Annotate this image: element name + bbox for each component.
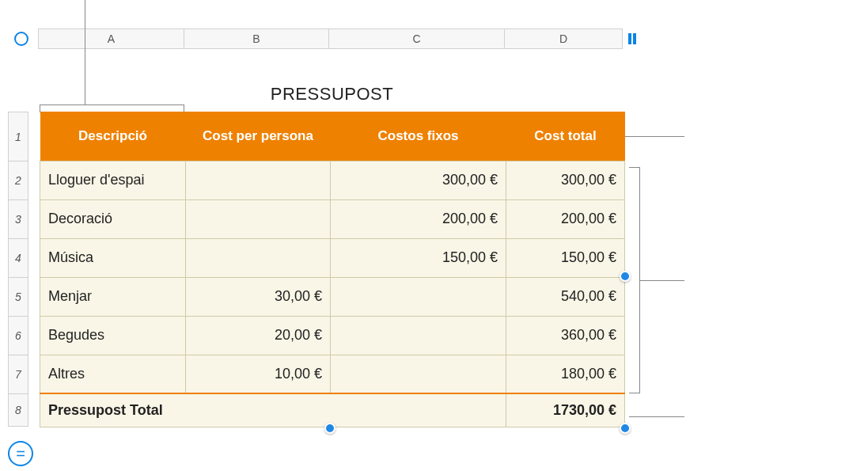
cell-desc[interactable]: Altres xyxy=(40,355,186,393)
header-desc[interactable]: Descripció xyxy=(40,112,186,161)
column-add-handle[interactable] xyxy=(627,33,638,44)
callout-line xyxy=(629,416,684,417)
cell-desc[interactable]: Begudes xyxy=(40,316,186,355)
total-row: Pressupost Total 1730,00 € xyxy=(40,393,625,427)
cell-total[interactable]: 150,00 € xyxy=(506,238,625,277)
total-label[interactable]: Pressupost Total xyxy=(40,393,506,427)
row-header-2[interactable]: 2 xyxy=(8,161,28,199)
row-header-3[interactable]: 3 xyxy=(8,199,28,238)
total-value[interactable]: 1730,00 € xyxy=(506,393,625,427)
callout-line xyxy=(85,0,85,81)
cell-cpp[interactable] xyxy=(186,238,331,277)
callout-line xyxy=(625,136,684,137)
cell-total[interactable]: 200,00 € xyxy=(506,199,625,238)
cell-cpp[interactable]: 30,00 € xyxy=(186,277,331,316)
cell-fixed[interactable] xyxy=(331,355,506,393)
cell-desc[interactable]: Decoració xyxy=(40,199,186,238)
callout-line xyxy=(85,81,85,104)
table-row: Decoració 200,00 € 200,00 € xyxy=(40,199,625,238)
header-total[interactable]: Cost total xyxy=(506,112,625,161)
row-header-6[interactable]: 6 xyxy=(8,316,28,355)
row-header-8[interactable]: 8 xyxy=(8,393,28,427)
column-headers: A B C D xyxy=(38,28,623,49)
cell-cpp[interactable] xyxy=(186,199,331,238)
cell-total[interactable]: 540,00 € xyxy=(506,277,625,316)
spreadsheet-table: Descripció Cost per persona Costos fixos… xyxy=(40,112,625,427)
cell-cpp[interactable]: 20,00 € xyxy=(186,316,331,355)
table-row: Begudes 20,00 € 360,00 € xyxy=(40,316,625,355)
row-header-5[interactable]: 5 xyxy=(8,277,28,316)
table-title[interactable]: PRESSUPOST xyxy=(40,84,624,104)
select-all-handle[interactable] xyxy=(14,32,28,46)
selection-handle[interactable] xyxy=(620,423,631,434)
cell-total[interactable]: 180,00 € xyxy=(506,355,625,393)
cell-desc[interactable]: Lloguer d'espai xyxy=(40,161,186,199)
callout-bracket xyxy=(629,167,640,393)
header-fixed[interactable]: Costos fixos xyxy=(331,112,506,161)
table-row: Menjar 30,00 € 540,00 € xyxy=(40,277,625,316)
table-row: Lloguer d'espai 300,00 € 300,00 € xyxy=(40,161,625,199)
cell-cpp[interactable] xyxy=(186,161,331,199)
cell-cpp[interactable]: 10,00 € xyxy=(186,355,331,393)
cell-fixed[interactable]: 200,00 € xyxy=(331,199,506,238)
table-row: Altres 10,00 € 180,00 € xyxy=(40,355,625,393)
cell-fixed[interactable] xyxy=(331,316,506,355)
col-header-D[interactable]: D xyxy=(504,28,623,49)
cell-fixed[interactable]: 300,00 € xyxy=(331,161,506,199)
table-row: Música 150,00 € 150,00 € xyxy=(40,238,625,277)
row-header-7[interactable]: 7 xyxy=(8,355,28,393)
row-header-1[interactable]: 1 xyxy=(8,112,28,161)
row-header-4[interactable]: 4 xyxy=(8,238,28,277)
cell-total[interactable]: 360,00 € xyxy=(506,316,625,355)
cell-fixed[interactable] xyxy=(331,277,506,316)
formula-button[interactable]: = xyxy=(8,441,33,466)
row-headers: 1 2 3 4 5 6 7 8 xyxy=(8,112,28,427)
cell-desc[interactable]: Música xyxy=(40,238,186,277)
cell-fixed[interactable]: 150,00 € xyxy=(331,238,506,277)
col-header-C[interactable]: C xyxy=(328,28,504,49)
cell-total[interactable]: 300,00 € xyxy=(506,161,625,199)
col-header-A[interactable]: A xyxy=(38,28,184,49)
cell-desc[interactable]: Menjar xyxy=(40,277,186,316)
header-cpp[interactable]: Cost per persona xyxy=(186,112,331,161)
callout-bracket xyxy=(40,104,184,112)
col-header-B[interactable]: B xyxy=(184,28,328,49)
selection-handle[interactable] xyxy=(324,423,335,434)
header-row: Descripció Cost per persona Costos fixos… xyxy=(40,112,625,161)
callout-line xyxy=(640,280,684,281)
